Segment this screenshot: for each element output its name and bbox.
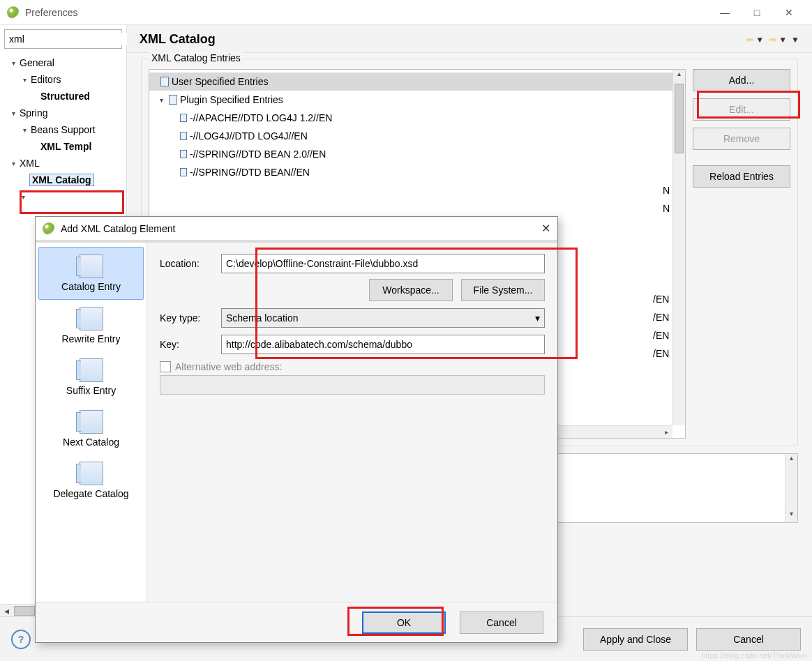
entry-item-peek: N <box>149 199 685 218</box>
tree-item-xml[interactable]: ▾XML <box>3 155 126 172</box>
tree-item-beans[interactable]: ▾Beans Support <box>3 121 126 138</box>
help-button[interactable]: ? <box>11 630 31 649</box>
tree-item-structured[interactable]: Structured <box>3 88 126 105</box>
type-suffix-entry[interactable]: Suffix Entry <box>36 351 146 403</box>
page-title: XML Catalog <box>140 32 216 47</box>
window-titlebar: Preferences — □ ✕ <box>0 0 812 25</box>
doc-icon <box>180 132 187 140</box>
catalog-icon <box>80 254 103 278</box>
location-input[interactable]: C:\develop\Offline-Constraint-File\dubbo… <box>221 254 545 273</box>
history-nav: ⇦▼ ⇨▼ ▼ <box>746 35 799 45</box>
dialog-title: Add XML Catalog Element <box>61 223 175 234</box>
tree-item-editors[interactable]: ▾Editors <box>3 71 126 88</box>
alt-web-input <box>160 375 545 395</box>
entry-item[interactable]: -//APACHE//DTD LOG4J 1.2//EN <box>149 109 685 127</box>
filter-input[interactable] <box>8 33 133 45</box>
close-button[interactable]: ✕ <box>773 2 805 23</box>
workspace-button[interactable]: Workspace... <box>369 279 453 301</box>
watermark: https://blog.csdn.net/ThinkWon <box>701 651 806 660</box>
type-delegate-catalog[interactable]: Delegate Catalog <box>36 455 146 506</box>
maximize-button[interactable]: □ <box>741 2 773 23</box>
dialog-close-button[interactable]: ✕ <box>541 222 550 235</box>
location-label: Location: <box>160 258 214 269</box>
entry-item[interactable]: -//SPRING//DTD BEAN 2.0//EN <box>149 145 685 163</box>
alt-web-checkbox[interactable] <box>160 361 171 372</box>
folder-icon <box>160 77 169 86</box>
entry-item-peek: N <box>149 181 685 199</box>
catalog-icon <box>80 307 103 330</box>
type-catalog-entry[interactable]: Catalog Entry <box>38 247 144 300</box>
desc-vscroll[interactable]: ▴▾ <box>785 454 797 522</box>
entry-item[interactable]: -//SPRING//DTD BEAN//EN <box>149 163 685 181</box>
dialog-cancel-button[interactable]: Cancel <box>460 611 543 634</box>
catalog-icon <box>80 358 103 382</box>
dialog-type-sidebar: Catalog Entry Rewrite Entry Suffix Entry… <box>36 243 147 602</box>
doc-icon <box>180 168 187 176</box>
tree-item-collapsed[interactable]: ▾ <box>3 188 126 205</box>
file-system-button[interactable]: File System... <box>461 279 545 301</box>
group-title: XML Catalog Entries <box>149 52 243 63</box>
add-xml-catalog-dialog: Add XML Catalog Element ✕ Catalog Entry … <box>35 216 558 643</box>
key-label: Key: <box>160 339 214 350</box>
tree-item-xmltempl[interactable]: XML Templ <box>3 138 126 155</box>
dialog-footer: OK Cancel <box>36 602 557 642</box>
add-button[interactable]: Add... <box>693 69 790 91</box>
entry-user-specified[interactable]: User Specified Entries <box>149 73 685 91</box>
filter-search-box[interactable]: ✕ <box>4 29 122 49</box>
catalog-icon <box>80 462 103 485</box>
entry-plugin-specified[interactable]: ▾Plugin Specified Entries <box>149 91 685 109</box>
window-title: Preferences <box>25 7 77 18</box>
tree-item-general[interactable]: ▾General <box>3 54 126 71</box>
chevron-down-icon: ▾ <box>535 312 540 324</box>
back-icon[interactable]: ⇦ <box>746 35 753 45</box>
folder-icon <box>169 95 177 105</box>
keytype-select[interactable]: Schema location▾ <box>221 308 545 328</box>
type-rewrite-entry[interactable]: Rewrite Entry <box>36 300 146 351</box>
doc-icon <box>180 114 187 122</box>
edit-button: Edit... <box>693 98 790 121</box>
cancel-button[interactable]: Cancel <box>696 628 801 651</box>
remove-button: Remove <box>693 128 790 150</box>
minimize-button[interactable]: — <box>709 2 741 23</box>
tree-item-xml-catalog[interactable]: XML Catalog <box>3 172 126 188</box>
content-header: XML Catalog ⇦▼ ⇨▼ ▼ <box>127 25 812 53</box>
ok-button[interactable]: OK <box>362 611 446 634</box>
eclipse-icon <box>7 6 20 19</box>
alt-web-label: Alternative web address: <box>175 361 282 372</box>
tree-item-spring[interactable]: ▾Spring <box>3 105 126 121</box>
doc-icon <box>180 150 187 158</box>
type-next-catalog[interactable]: Next Catalog <box>36 403 146 455</box>
key-input[interactable]: http://code.alibabatech.com/schema/dubbo <box>221 335 545 354</box>
alt-web-row: Alternative web address: <box>160 361 545 372</box>
forward-icon[interactable]: ⇨ <box>769 35 776 45</box>
entry-item[interactable]: -//LOG4J//DTD LOG4J//EN <box>149 127 685 145</box>
eclipse-icon <box>43 222 55 235</box>
entries-vscroll[interactable]: ▴ <box>672 70 685 425</box>
catalog-icon <box>80 410 103 434</box>
apply-and-close-button[interactable]: Apply and Close <box>583 628 688 651</box>
reload-entries-button[interactable]: Reload Entries <box>693 165 790 188</box>
dialog-titlebar: Add XML Catalog Element ✕ <box>36 217 557 241</box>
dialog-form: Location: C:\develop\Offline-Constraint-… <box>147 243 557 602</box>
keytype-label: Key type: <box>160 312 214 324</box>
